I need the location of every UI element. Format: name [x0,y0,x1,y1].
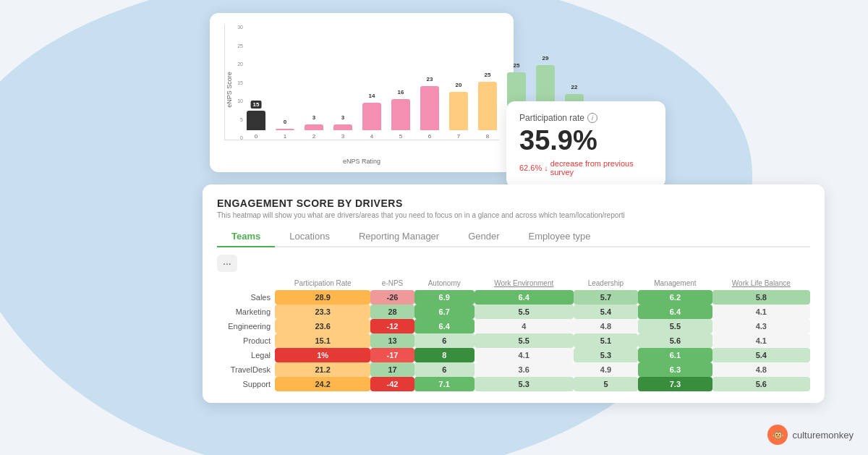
team-label: Support [217,377,275,391]
cell-autonomy: 6 [414,333,475,348]
bar-5: 16 [391,99,410,130]
participation-change: 62.6% ↓ decrease from previous survey [519,159,652,177]
bar-group-3: 3 3 [333,124,352,140]
heatmap-subtitle: This heatmap will show you what are driv… [217,211,810,219]
team-label: TravelDesk [217,362,275,377]
cell-work-env: 4.1 [475,348,574,362]
tab-employee-type[interactable]: Employee type [514,226,605,247]
cell-leadership: 5.7 [574,290,639,305]
chart-area: eNPS Score 0 5 10 15 20 25 30 15 [224,25,499,155]
tab-teams[interactable]: Teams [217,226,275,247]
cell-management: 5.6 [638,333,712,348]
cell-wlb: 4.8 [712,362,810,377]
cell-autonomy: 8 [414,348,475,362]
th-team [217,276,275,290]
cell-work-env: 5.3 [475,377,574,391]
cell-work-env: 6.4 [475,290,574,305]
team-label: Marketing [217,305,275,319]
bar-4: 14 [362,103,381,130]
cell-work-env: 4 [475,319,574,333]
y-axis-labels: 0 5 10 15 20 25 30 [225,25,243,140]
heatmap-table: Participation Rate e-NPS Autonomy Work E… [217,276,810,391]
bar-chart: 0 5 10 15 20 25 30 15 0 [224,25,499,140]
cell-wlb: 4.1 [712,305,810,319]
cell-leadership: 4.8 [574,319,639,333]
bar-group-2: 3 2 [305,124,323,140]
cell-wlb: 5.8 [712,290,810,305]
cell-management: 5.5 [638,319,712,333]
bar-group-0: 15 0 [247,111,265,140]
cell-participation: 24.2 [275,377,370,391]
table-header-row: Participation Rate e-NPS Autonomy Work E… [217,276,810,290]
cell-management: 6.2 [638,290,712,305]
th-work-life-balance: Work Life Balance [712,276,810,290]
table-row: Sales 28.9 -26 6.9 6.4 5.7 6.2 5.8 [217,290,810,305]
bar-group-6: 23 6 [420,86,439,140]
tabs-container: Teams Locations Reporting Manager Gender… [217,226,810,247]
th-management: Management [638,276,712,290]
cell-wlb: 4.1 [712,333,810,348]
team-label: Sales [217,290,275,305]
cell-participation: 15.1 [275,333,370,348]
cell-participation: 23.6 [275,319,370,333]
bar-6: 23 [420,86,439,130]
bar-0: 15 [247,111,265,130]
x-axis-title: eNPS Rating [224,158,499,165]
participation-title: Participation rate i [519,113,652,123]
participation-card: Participation rate i 35.9% 62.6% ↓ decre… [506,101,665,188]
logo-text: culturemonkey [792,430,854,441]
options-row: ··· [217,255,810,272]
cell-autonomy: 6.7 [414,305,475,319]
tab-reporting-manager[interactable]: Reporting Manager [344,226,454,247]
chart-card: eNPS Score 0 5 10 15 20 25 30 15 [210,13,514,172]
bar-group-7: 20 7 [449,92,468,140]
cell-work-env: 5.5 [475,305,574,319]
th-autonomy: Autonomy [414,276,475,290]
bar-3: 3 [333,124,352,130]
bar-group-4: 14 4 [362,103,381,140]
cell-autonomy: 7.1 [414,377,475,391]
cell-enps: 13 [370,333,414,348]
cell-management: 6.3 [638,362,712,377]
cell-management: 7.3 [638,377,712,391]
cell-enps: -42 [370,377,414,391]
cell-participation: 23.3 [275,305,370,319]
tab-gender[interactable]: Gender [454,226,514,247]
cell-leadership: 5 [574,377,639,391]
team-label: Engineering [217,319,275,333]
cell-management: 6.4 [638,305,712,319]
table-row: Engineering 23.6 -12 6.4 4 4.8 5.5 4.3 [217,319,810,333]
cell-work-env: 5.5 [475,333,574,348]
cell-enps: -17 [370,348,414,362]
bar-2: 3 [305,124,323,130]
bar-group-8: 25 8 [478,82,497,140]
options-button[interactable]: ··· [217,255,237,272]
cell-autonomy: 6 [414,362,475,377]
bar-1: 0 [276,129,294,130]
bar-group-5: 16 5 [391,99,410,140]
cell-enps: -26 [370,290,414,305]
participation-value: 35.9% [519,126,652,156]
logo: 🐵 culturemonkey [767,425,854,445]
th-work-environment: Work Environment [475,276,574,290]
bar-group-1: 0 1 [276,129,294,140]
heatmap-card: ENGAGEMENT SCORE BY DRIVERS This heatmap… [203,184,825,403]
cell-participation: 28.9 [275,290,370,305]
th-participation: Participation Rate [275,276,370,290]
th-enps: e-NPS [370,276,414,290]
page-wrapper: eNPS Score 0 5 10 15 20 25 30 15 [0,0,868,455]
cell-management: 6.1 [638,348,712,362]
cell-leadership: 5.1 [574,333,639,348]
cell-autonomy: 6.4 [414,319,475,333]
cell-leadership: 5.4 [574,305,639,319]
logo-icon: 🐵 [767,425,788,445]
team-label: Product [217,333,275,348]
th-leadership: Leadership [574,276,639,290]
table-row: Legal 1% -17 8 4.1 5.3 6.1 5.4 [217,348,810,362]
info-icon[interactable]: i [587,113,597,123]
tab-locations[interactable]: Locations [275,226,344,247]
cell-enps: -12 [370,319,414,333]
table-row: Support 24.2 -42 7.1 5.3 5 7.3 5.6 [217,377,810,391]
bar-7: 20 [449,92,468,130]
team-label: Legal [217,348,275,362]
